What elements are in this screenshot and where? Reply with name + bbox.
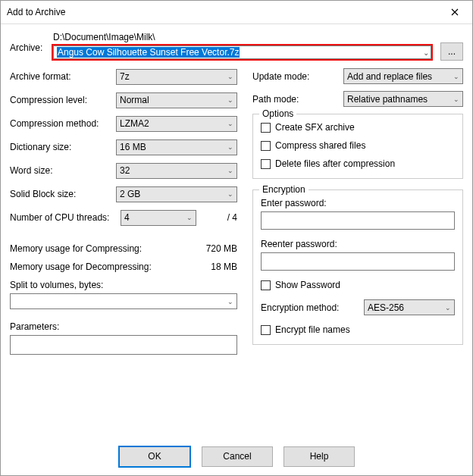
archive-path: D:\Document\Image\Milk\: [52, 32, 433, 42]
archive-label: Archive:: [10, 32, 52, 53]
dictionary-combo[interactable]: 16 MB ⌄: [116, 139, 237, 155]
mem-decompress-value: 18 MB: [211, 261, 237, 272]
word-size-combo[interactable]: 32 ⌄: [116, 163, 237, 179]
cpu-total: / 4: [199, 212, 237, 223]
chevron-down-icon: ⌄: [227, 190, 233, 198]
chevron-down-icon: ⌄: [227, 96, 233, 104]
word-label: Word size:: [10, 165, 116, 176]
reenter-password-label: Reenter password:: [261, 239, 455, 249]
encryption-legend: Encryption: [259, 184, 309, 195]
method-combo[interactable]: LZMA2 ⌄: [116, 116, 237, 132]
chevron-down-icon: ⌄: [453, 73, 459, 80]
mem-compress-label: Memory usage for Compressing:: [10, 243, 142, 254]
checkbox-icon: [261, 141, 271, 151]
level-label: Compression level:: [10, 95, 116, 105]
chevron-down-icon: ⌄: [186, 214, 193, 221]
dict-label: Dictionary size:: [10, 142, 116, 152]
path-mode-label: Path mode:: [252, 94, 343, 105]
enter-password-label: Enter password:: [261, 198, 455, 208]
help-button[interactable]: Help: [283, 446, 355, 467]
encryption-method-combo[interactable]: AES-256 ⌄: [364, 299, 455, 315]
update-mode-label: Update mode:: [252, 71, 343, 82]
encrypt-filenames-checkbox[interactable]: Encrypt file names: [261, 324, 455, 335]
cpu-threads-combo[interactable]: 4 ⌄: [121, 210, 196, 226]
mem-compress-value: 720 MB: [206, 243, 237, 254]
show-password-checkbox[interactable]: Show Password: [261, 280, 455, 290]
format-label: Archive format:: [10, 71, 116, 82]
ok-button[interactable]: OK: [118, 446, 191, 468]
chevron-down-icon: ⌄: [445, 304, 451, 312]
parameters-input[interactable]: [10, 335, 237, 355]
chevron-down-icon: ⌄: [423, 49, 429, 57]
split-volumes-combo[interactable]: ⌄: [10, 293, 237, 309]
archive-filename-text: Angus Cow Silhouette Sunset Free Vector.…: [57, 47, 240, 58]
window-title: Add to Archive: [7, 7, 442, 17]
split-label: Split to volumes, bytes:: [10, 280, 237, 290]
chevron-down-icon: ⌄: [227, 143, 233, 151]
encryption-group: Encryption Enter password: Reenter passw…: [252, 189, 463, 345]
archive-filename-combo[interactable]: Angus Cow Silhouette Sunset Free Vector.…: [53, 45, 431, 59]
level-combo[interactable]: Normal ⌄: [116, 92, 237, 108]
chevron-down-icon: ⌄: [453, 96, 459, 103]
mem-decompress-label: Memory usage for Decompressing:: [10, 261, 152, 272]
checkbox-icon: [261, 123, 271, 133]
path-mode-combo[interactable]: Relative pathnames ⌄: [343, 91, 463, 107]
checkbox-icon: [261, 325, 271, 335]
parameters-label: Parameters:: [10, 321, 237, 332]
method-label: Compression method:: [10, 118, 116, 129]
chevron-down-icon: ⌄: [227, 298, 233, 305]
cancel-button[interactable]: Cancel: [202, 446, 273, 467]
reenter-password-input[interactable]: [261, 252, 455, 271]
checkbox-icon: [261, 280, 271, 290]
chevron-down-icon: ⌄: [227, 120, 233, 127]
options-group: Options Create SFX archive Compress shar…: [252, 114, 463, 179]
options-legend: Options: [259, 108, 296, 119]
solid-block-combo[interactable]: 2 GB ⌄: [116, 186, 237, 202]
chevron-down-icon: ⌄: [227, 73, 233, 80]
update-mode-combo[interactable]: Add and replace files ⌄: [343, 68, 463, 84]
browse-button[interactable]: ...: [440, 42, 463, 61]
enter-password-input[interactable]: [261, 211, 455, 230]
shared-checkbox[interactable]: Compress shared files: [261, 140, 455, 151]
sfx-checkbox[interactable]: Create SFX archive: [261, 122, 455, 133]
close-icon: [451, 8, 459, 16]
format-combo[interactable]: 7z ⌄: [116, 69, 237, 85]
chevron-down-icon: ⌄: [227, 167, 233, 174]
encryption-method-label: Encryption method:: [261, 302, 364, 313]
ellipsis-icon: ...: [448, 46, 456, 57]
close-button[interactable]: [442, 3, 468, 21]
cpu-label: Number of CPU threads:: [10, 212, 121, 223]
checkbox-icon: [261, 159, 271, 169]
delete-after-checkbox[interactable]: Delete files after compression: [261, 158, 455, 169]
block-label: Solid Block size:: [10, 189, 116, 199]
